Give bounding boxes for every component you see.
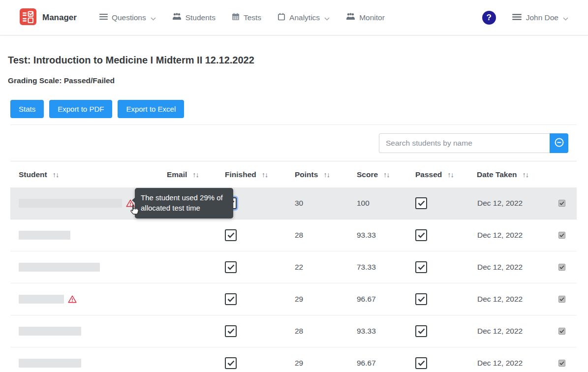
help-button[interactable]: ? — [482, 11, 496, 25]
date-taken-value: Dec 12, 2022 — [467, 327, 546, 336]
date-taken-value: Dec 12, 2022 — [467, 263, 546, 272]
column-header-date-taken[interactable]: Date Taken↑↓ — [467, 170, 546, 179]
passed-checkbox[interactable] — [415, 229, 427, 241]
warning-icon[interactable] — [68, 295, 77, 303]
finished-cell — [219, 325, 285, 337]
row-select-checkbox[interactable] — [558, 232, 565, 239]
student-name-cell — [10, 283, 157, 315]
passed-checkbox[interactable] — [415, 261, 427, 273]
sort-icon[interactable]: ↑↓ — [53, 171, 59, 179]
points-value: 29 — [285, 359, 347, 368]
redacted-student-name — [19, 199, 122, 208]
grading-scale-label: Grading Scale: Passed/Failed — [8, 76, 580, 85]
score-value: 96.67 — [347, 359, 406, 368]
passed-checkbox[interactable] — [415, 357, 427, 369]
column-header-score[interactable]: Score↑↓ — [347, 170, 406, 179]
table-row[interactable]: 29 96.67 Dec 12, 2022 — [10, 347, 577, 372]
table-body: The student used 29% of allocated test t… — [10, 187, 577, 372]
finished-cell — [219, 261, 285, 273]
row-select-checkbox[interactable] — [558, 360, 565, 367]
redacted-student-name — [19, 359, 81, 368]
navbar-right: ? John Doe — [482, 11, 568, 25]
row-select-cell — [546, 360, 577, 367]
passed-checkbox[interactable] — [415, 325, 427, 337]
passed-checkbox[interactable] — [415, 293, 427, 305]
sort-icon[interactable]: ↑↓ — [383, 171, 390, 179]
date-taken-value: Dec 12, 2022 — [467, 295, 546, 304]
calendar-outline-icon — [278, 13, 285, 23]
passed-cell — [406, 261, 467, 273]
chevron-down-icon — [151, 14, 156, 23]
row-select-cell — [546, 200, 577, 207]
tooltip: The student used 29% of allocated test t… — [135, 188, 233, 218]
sort-icon[interactable]: ↑↓ — [447, 171, 454, 179]
action-buttons: Stats Export to PDF Export to Excel — [10, 100, 578, 118]
redacted-student-name — [19, 231, 70, 240]
section-divider — [10, 124, 577, 125]
nav-item-tests[interactable]: Tests — [232, 13, 261, 23]
export-pdf-button[interactable]: Export to PDF — [49, 100, 112, 118]
search-input[interactable] — [379, 133, 550, 153]
hamburger-menu-icon — [512, 13, 522, 22]
column-header-passed[interactable]: Passed↑↓ — [406, 170, 467, 179]
score-value: 73.33 — [347, 263, 406, 272]
table-row[interactable]: 28 93.33 Dec 12, 2022 — [10, 315, 577, 347]
circled-minus-icon — [555, 138, 564, 149]
user-menu[interactable]: John Doe — [512, 12, 568, 23]
student-name-cell — [10, 219, 157, 251]
clear-search-button[interactable] — [550, 133, 568, 153]
points-value: 29 — [285, 295, 347, 304]
row-select-cell — [546, 264, 577, 271]
score-value: 100 — [347, 199, 406, 208]
finished-cell — [219, 357, 285, 369]
passed-checkbox[interactable] — [415, 197, 427, 209]
column-header-email[interactable]: Email↑↓ — [157, 170, 219, 179]
finished-cell — [219, 229, 285, 241]
table-row[interactable]: 22 73.33 Dec 12, 2022 — [10, 251, 577, 283]
redacted-student-name — [19, 327, 81, 336]
points-value: 28 — [285, 231, 347, 240]
table-row[interactable]: 29 96.67 Dec 12, 2022 — [10, 283, 577, 315]
column-header-student[interactable]: Student↑↓ — [10, 170, 157, 179]
student-name-cell — [10, 251, 157, 283]
brand[interactable]: Manager — [20, 8, 77, 27]
stats-button[interactable]: Stats — [10, 100, 44, 118]
sort-icon[interactable]: ↑↓ — [262, 171, 268, 179]
finished-checkbox[interactable] — [225, 293, 237, 305]
sort-icon[interactable]: ↑↓ — [523, 171, 529, 179]
sort-icon[interactable]: ↑↓ — [192, 171, 199, 179]
finished-checkbox[interactable] — [225, 325, 237, 337]
top-navbar: Manager Questions Students Tests Analyti… — [0, 0, 588, 35]
nav-item-students[interactable]: Students — [172, 13, 216, 22]
export-excel-button[interactable]: Export to Excel — [118, 100, 184, 118]
points-value: 22 — [285, 263, 347, 272]
passed-cell — [406, 325, 467, 337]
table-row[interactable]: The student used 29% of allocated test t… — [10, 187, 577, 219]
finished-checkbox[interactable] — [225, 261, 237, 273]
nav-item-monitor[interactable]: Monitor — [346, 13, 385, 22]
finished-checkbox[interactable] — [225, 357, 237, 369]
row-select-checkbox[interactable] — [558, 264, 565, 271]
points-value: 30 — [285, 199, 347, 208]
chevron-down-icon — [563, 14, 568, 23]
column-header-points[interactable]: Points↑↓ — [285, 170, 347, 179]
row-select-cell — [546, 232, 577, 239]
column-header-finished[interactable]: Finished↑↓ — [219, 170, 285, 179]
table-row[interactable]: 28 93.33 Dec 12, 2022 — [10, 219, 577, 251]
row-select-cell — [546, 296, 577, 303]
passed-cell — [406, 357, 467, 369]
main-navigation: Questions Students Tests Analytics Monit… — [99, 12, 385, 23]
list-icon — [99, 13, 108, 22]
passed-cell — [406, 293, 467, 305]
redacted-student-name — [19, 295, 64, 304]
row-select-checkbox[interactable] — [558, 296, 565, 303]
passed-cell — [406, 229, 467, 241]
finished-checkbox[interactable] — [225, 229, 237, 241]
points-value: 28 — [285, 327, 347, 336]
search-bar — [0, 133, 568, 153]
sort-icon[interactable]: ↑↓ — [323, 171, 330, 179]
nav-item-questions[interactable]: Questions — [99, 12, 156, 23]
row-select-checkbox[interactable] — [558, 328, 565, 335]
row-select-checkbox[interactable] — [558, 200, 565, 207]
nav-item-analytics[interactable]: Analytics — [278, 12, 330, 23]
